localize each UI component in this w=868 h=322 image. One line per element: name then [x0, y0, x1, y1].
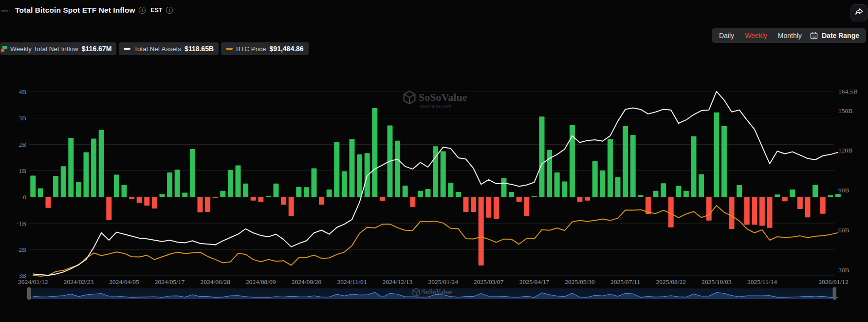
- inflow-bar: [683, 191, 689, 197]
- inflow-bar: [600, 170, 605, 197]
- x-axis-labels: 2024/01/122024/02/232024/04/052024/05/17…: [18, 278, 849, 285]
- x-axis-tick: 2025/05/30: [565, 278, 595, 285]
- inflow-bar: [144, 197, 149, 206]
- inflow-bar: [577, 197, 583, 202]
- inflow-bar: [706, 197, 712, 221]
- inflow-bar: [38, 188, 43, 197]
- inflow-bar: [205, 197, 210, 212]
- left-axis-tick: 0: [23, 193, 26, 201]
- inflow-bar: [53, 176, 58, 197]
- inflow-bar: [517, 197, 522, 202]
- inflow-bar: [395, 141, 400, 197]
- inflow-bar: [152, 197, 157, 208]
- inflow-bar: [486, 197, 491, 218]
- x-axis-tick: 2025/07/11: [610, 278, 640, 285]
- inflow-bar: [91, 139, 96, 197]
- inflow-bar: [805, 197, 811, 217]
- inflow-bar: [304, 187, 309, 197]
- x-axis-tick: 2024/04/05: [109, 278, 139, 285]
- x-axis-tick: 2025/01/24: [428, 278, 458, 285]
- navigator-handle-left[interactable]: [28, 287, 31, 300]
- inflow-bar: [312, 168, 317, 197]
- inflow-bar: [258, 197, 263, 202]
- inflow-bar: [775, 194, 780, 197]
- inflow-bar: [524, 197, 529, 216]
- inflow-bar: [114, 174, 119, 197]
- x-axis-tick: 2025/08/22: [656, 278, 686, 285]
- inflow-bar: [334, 142, 339, 197]
- right-axis-tick: 164.5B: [838, 88, 857, 95]
- left-axis-tick: -1B: [17, 220, 26, 227]
- x-axis-tick: 2024/05/17: [155, 278, 185, 285]
- right-axis-tick: 30B: [838, 266, 850, 274]
- inflow-bars: [30, 108, 841, 265]
- inflow-bar: [448, 183, 453, 197]
- inflow-bar: [357, 154, 362, 197]
- x-axis-tick: 2026/01/12: [818, 278, 849, 285]
- x-axis-tick: 2025/10/03: [702, 278, 732, 285]
- inflow-bar: [729, 197, 735, 229]
- inflow-bar: [319, 197, 324, 205]
- inflow-bar: [562, 181, 567, 197]
- inflow-bar: [122, 185, 127, 197]
- inflow-bar: [167, 172, 172, 197]
- inflow-bar: [418, 191, 423, 197]
- x-axis-tick: 2024/06/28: [200, 278, 230, 285]
- x-axis-tick: 2024/11/01: [337, 278, 367, 285]
- inflow-bar: [160, 194, 165, 197]
- inflow-bar: [190, 149, 195, 197]
- right-axis-tick: 90B: [838, 187, 850, 194]
- inflow-bar: [228, 170, 233, 197]
- inflow-bar: [327, 189, 332, 197]
- inflow-bar: [623, 126, 628, 197]
- left-axis-tick: 4B: [18, 88, 26, 95]
- x-axis-tick: 2024/01/12: [18, 278, 48, 285]
- inflow-bar: [721, 126, 727, 197]
- inflow-bar: [790, 189, 795, 197]
- inflow-bar: [509, 192, 514, 197]
- x-axis-tick: 2024/08/09: [246, 278, 276, 285]
- inflow-bar: [797, 197, 803, 209]
- x-axis-tick: 2025/11/14: [747, 278, 777, 285]
- inflow-bar: [289, 197, 294, 216]
- left-axis-tick: -2B: [17, 246, 26, 253]
- inflow-bar: [592, 161, 598, 197]
- svg-text:sosovalue.com: sosovalue.com: [420, 103, 452, 109]
- inflow-bar: [30, 176, 36, 197]
- inflow-bar: [714, 113, 719, 197]
- inflow-bar: [615, 177, 621, 197]
- inflow-bar: [661, 183, 666, 197]
- inflow-bar: [820, 197, 826, 213]
- inflow-bar: [835, 194, 841, 197]
- navigator-handle-right[interactable]: [833, 287, 836, 300]
- inflow-bar: [691, 136, 697, 197]
- inflow-bar: [463, 197, 469, 212]
- inflow-bar: [129, 197, 134, 199]
- inflow-bar: [554, 172, 560, 197]
- inflow-bar: [699, 174, 704, 197]
- inflow-bar: [99, 130, 104, 197]
- inflow-bar: [608, 139, 613, 197]
- inflow-bar: [274, 184, 279, 197]
- inflow-bar: [281, 197, 286, 205]
- inflow-bar: [668, 197, 674, 227]
- inflow-bar: [676, 186, 681, 197]
- x-axis-tick: 2025/03/07: [474, 278, 504, 285]
- left-axis-tick: 2B: [18, 141, 26, 148]
- x-axis-tick: 2024/12/13: [383, 278, 413, 285]
- inflow-bar: [456, 192, 461, 197]
- right-axis-tick: 150B: [838, 107, 852, 114]
- x-axis-tick: 2024/02/23: [64, 278, 94, 285]
- inflow-bar: [251, 197, 256, 201]
- inflow-bar: [737, 185, 742, 197]
- inflow-bar: [539, 116, 545, 197]
- svg-text:sosovalue.com: sosovalue.com: [423, 296, 443, 299]
- inflow-bar: [365, 153, 370, 197]
- inflow-bar: [471, 197, 476, 212]
- inflow-bar: [653, 191, 659, 197]
- x-axis-tick: 2025/04/17: [519, 278, 550, 285]
- inflow-bar: [350, 139, 355, 197]
- inflow-bar: [243, 184, 248, 197]
- btc-price-line: [33, 206, 838, 276]
- right-axis-tick: 120B: [838, 147, 852, 154]
